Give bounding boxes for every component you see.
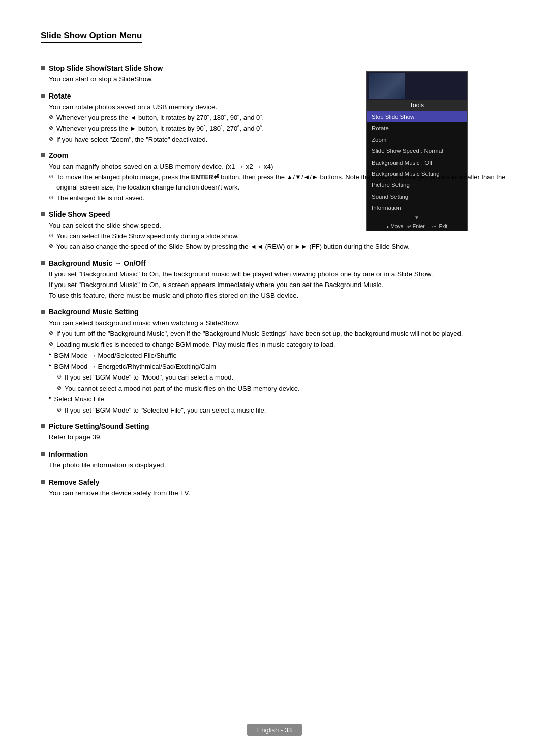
note-text: Loading music files is needed to change … [56,340,335,350]
note-item: ⊘ To move the enlarged photo image, pres… [49,172,508,192]
footer-badge: English - 33 [247,724,302,736]
note-icon: ⊘ [49,114,53,120]
note-text: Whenever you press the ► button, it rota… [56,123,264,134]
sub-bullet-select-music: • Select Music File [49,394,508,404]
note-text: Whenever you press the ◄ button, it rota… [56,113,264,123]
section-stop-slide-show: Stop Slide Show/Start Slide Show You can… [41,64,508,85]
section-body: Refer to page 39. [49,432,508,443]
section-body: You can start or stop a SlideShow. [49,74,508,85]
note-item: ⊘ You can also change the speed of the S… [49,242,508,252]
section-body: You can select the slide show speed. [49,220,508,231]
section-title: Background Music Setting [49,308,139,316]
section-body: You can remove the device safely from th… [49,488,508,499]
section-rotate: Rotate You can rotate photos saved on a … [41,92,508,144]
bullet-icon [41,261,45,265]
note-icon: ⊘ [49,136,53,142]
note-item: ⊘ Loading music files is needed to chang… [49,340,508,350]
section-zoom: Zoom You can magnify photos saved on a U… [41,151,508,203]
sub-bullet-text: Select Music File [54,394,104,404]
note-text: You cannot select a mood not part of the… [65,384,300,394]
section-title: Slide Show Speed [49,210,110,218]
sub-bullet-bgm-mode: • BGM Mode → Mood/Selected File/Shuffle [49,351,508,361]
note-text: The enlarged file is not saved. [56,193,144,203]
section-information: Information The photo file information i… [41,450,508,471]
section-title: Picture Setting/Sound Setting [49,422,149,430]
section-body: You can rotate photos saved on a USB mem… [49,102,508,113]
section-slide-show-speed: Slide Show Speed You can select the slid… [41,210,508,252]
section-body: You can select background music when wat… [49,318,508,329]
note-item: ⊘ Whenever you press the ► button, it ro… [49,123,508,134]
bullet-icon [41,153,45,158]
section-background-music-setting: Background Music Setting You can select … [41,308,508,415]
sub-bullet-text: BGM Mood → Energetic/Rhythmical/Sad/Exci… [54,362,217,372]
note-item: ⊘ If you have select "Zoom", the "Rotate… [49,135,508,145]
note-icon: ⊘ [49,232,53,239]
note-text: If you have select "Zoom", the "Rotate" … [56,135,207,145]
note-item: ⊘ The enlarged file is not saved. [49,193,508,203]
note-icon: ⊘ [49,243,53,249]
note-item-bgm-mood-2: ⊘ You cannot select a mood not part of t… [57,384,508,394]
section-body: The photo file information is displayed. [49,460,508,471]
note-icon: ⊘ [57,406,62,413]
section-body: You can magnify photos saved on a USB me… [49,162,508,172]
note-icon: ⊘ [49,330,53,336]
note-icon: ⊘ [49,194,53,201]
note-icon: ⊘ [57,385,62,391]
note-text: You can select the Slide Show speed only… [56,231,239,241]
note-icon: ⊘ [49,341,53,348]
section-remove-safely: Remove Safely You can remove the device … [41,478,508,499]
section-title: Zoom [49,151,68,160]
page-title: Slide Show Option Menu [41,30,142,43]
note-item-bgm-mood-1: ⊘ If you set "BGM Mode" to "Mood", you c… [57,372,508,383]
note-text: If you set "BGM Mode" to "Mood", you can… [65,372,233,383]
note-item: ⊘ If you turn off the "Background Music"… [49,329,508,339]
bullet-icon [41,424,45,428]
note-item: ⊘ You can select the Slide Show speed on… [49,231,508,241]
bullet-icon [41,480,45,484]
note-icon: ⊘ [49,173,53,180]
note-text: To move the enlarged photo image, press … [56,172,508,192]
note-icon: ⊘ [57,373,62,380]
bullet-icon [41,452,45,456]
sub-bullet-bgm-mood: • BGM Mood → Energetic/Rhythmical/Sad/Ex… [49,362,508,372]
section-title: Stop Slide Show/Start Slide Show [49,64,163,72]
note-item-select-music: ⊘ If you set "BGM Mode" to "Selected Fil… [57,405,508,416]
page-footer: English - 33 [0,724,549,736]
section-background-music: Background Music → On/Off If you set "Ba… [41,259,508,301]
note-text: If you turn off the "Background Music", … [56,329,463,339]
note-icon: ⊘ [49,124,53,131]
section-title: Background Music → On/Off [49,259,146,267]
bullet-icon [41,212,45,216]
section-picture-setting: Picture Setting/Sound Setting Refer to p… [41,422,508,443]
section-title: Remove Safely [49,478,100,486]
note-text: You can also change the speed of the Sli… [56,242,410,252]
sub-bullet-text: BGM Mode → Mood/Selected File/Shuffle [54,351,177,361]
bullet-icon [41,94,45,98]
bullet-icon [41,310,45,314]
bullet-icon [41,66,45,70]
note-item: ⊘ Whenever you press the ◄ button, it ro… [49,113,508,123]
section-title: Information [49,450,88,458]
note-text: If you set "BGM Mode" to "Selected File"… [65,405,266,416]
section-title: Rotate [49,92,71,100]
section-body: If you set "Background Music" to On, the… [49,269,508,301]
